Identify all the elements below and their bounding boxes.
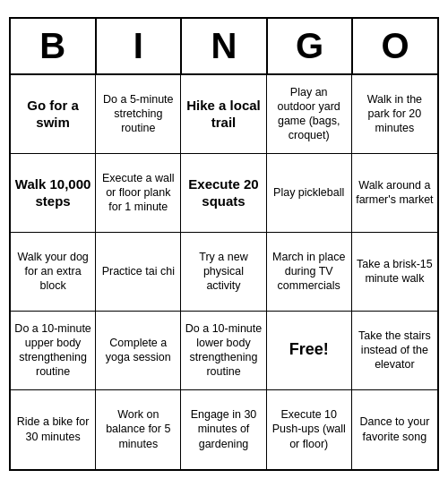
bingo-cell[interactable]: Walk in the park for 20 minutes <box>352 75 437 154</box>
bingo-cell[interactable]: Engage in 30 minutes of gardening <box>181 390 266 469</box>
bingo-cell[interactable]: Execute a wall or floor plank for 1 minu… <box>96 154 181 233</box>
bingo-cell[interactable]: Execute 20 squats <box>181 154 266 233</box>
bingo-cell[interactable]: Do a 10-minute upper body strengthening … <box>11 312 96 390</box>
bingo-cell[interactable]: Try a new physical activity <box>181 233 266 312</box>
bingo-cell[interactable]: Do a 10-minute lower body strengthening … <box>181 312 266 390</box>
header-letter: B <box>11 19 97 75</box>
bingo-cell[interactable]: Walk around a farmer's market <box>352 154 437 233</box>
bingo-cell[interactable]: Go for a swim <box>11 75 96 154</box>
bingo-cell[interactable]: March in place during TV commercials <box>267 233 352 312</box>
bingo-card: BINGO Go for a swimDo a 5-minute stretch… <box>9 17 439 471</box>
bingo-cell[interactable]: Take a brisk-15 minute walk <box>352 233 437 312</box>
free-cell[interactable]: Free! <box>267 312 352 390</box>
bingo-cell[interactable]: Dance to your favorite song <box>352 390 437 469</box>
bingo-header: BINGO <box>11 19 437 75</box>
bingo-cell[interactable]: Play an outdoor yard game (bags, croquet… <box>267 75 352 154</box>
bingo-cell[interactable]: Work on balance for 5 minutes <box>96 390 181 469</box>
bingo-cell[interactable]: Ride a bike for 30 minutes <box>11 390 96 469</box>
bingo-cell[interactable]: Walk 10,000 steps <box>11 154 96 233</box>
header-letter: G <box>268 19 354 75</box>
bingo-cell[interactable]: Execute 10 Push-ups (wall or floor) <box>267 390 352 469</box>
header-letter: N <box>182 19 268 75</box>
header-letter: O <box>353 19 437 75</box>
bingo-cell[interactable]: Play pickleball <box>267 154 352 233</box>
bingo-cell[interactable]: Hike a local trail <box>181 75 266 154</box>
bingo-cell[interactable]: Take the stairs instead of the elevator <box>352 312 437 390</box>
bingo-grid: Go for a swimDo a 5-minute stretching ro… <box>11 75 437 469</box>
header-letter: I <box>97 19 183 75</box>
bingo-cell[interactable]: Walk your dog for an extra block <box>11 233 96 312</box>
bingo-cell[interactable]: Do a 5-minute stretching routine <box>96 75 181 154</box>
bingo-cell[interactable]: Practice tai chi <box>96 233 181 312</box>
bingo-cell[interactable]: Complete a yoga session <box>96 312 181 390</box>
